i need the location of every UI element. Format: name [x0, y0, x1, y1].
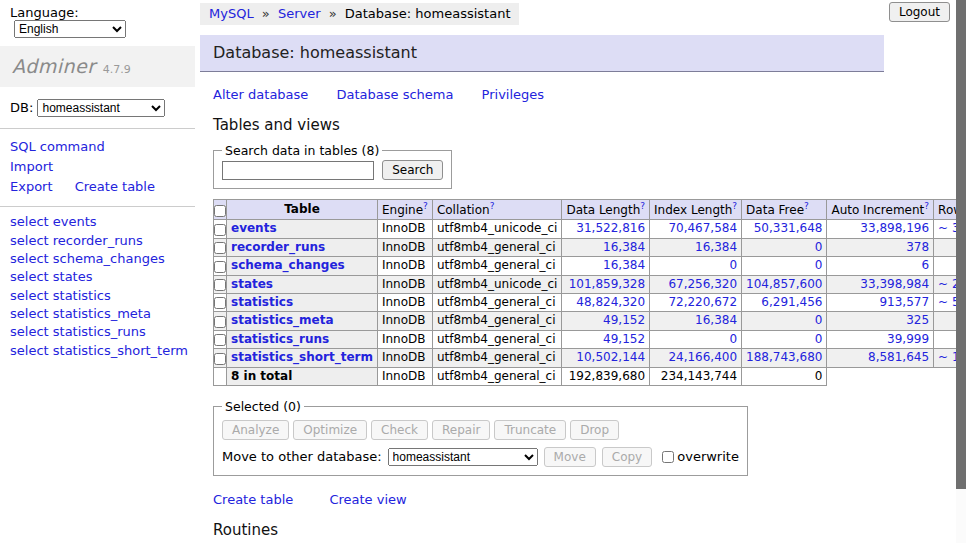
data-length-cell[interactable]: 101,859,328 — [562, 275, 650, 293]
data-free-cell[interactable]: 50,331,648 — [742, 220, 827, 238]
table-name-link[interactable]: schema_changes — [231, 258, 345, 272]
help-icon[interactable]: ? — [640, 201, 645, 211]
index-length-cell[interactable]: 24,166,400 — [650, 349, 742, 367]
optimize-button[interactable]: Optimize — [293, 420, 367, 440]
database-schema-link[interactable]: Database schema — [337, 87, 454, 102]
app-name: Adminer — [12, 55, 96, 77]
scrollbar-thumb[interactable] — [956, 0, 966, 489]
auto-increment-cell[interactable]: 913,577 — [827, 293, 934, 311]
index-length-cell[interactable]: 0 — [650, 257, 742, 275]
row-checkbox[interactable] — [214, 224, 226, 236]
vertical-scrollbar[interactable] — [956, 0, 966, 543]
row-checkbox[interactable] — [214, 353, 226, 365]
data-free-cell[interactable]: 188,743,680 — [742, 349, 827, 367]
db-select-row: DB: homeassistant — [0, 87, 195, 128]
sidebar-select-link[interactable]: select states — [10, 269, 92, 284]
create-view-link[interactable]: Create view — [329, 492, 406, 507]
collation-cell: utf8mb4_general_ci — [432, 349, 562, 367]
sql-command-link[interactable]: SQL command — [10, 139, 105, 154]
sidebar-select-link[interactable]: select statistics_meta — [10, 306, 151, 321]
row-checkbox[interactable] — [214, 334, 226, 346]
index-length-cell[interactable]: 16,384 — [650, 312, 742, 330]
search-input[interactable] — [222, 161, 374, 180]
import-link[interactable]: Import — [10, 159, 53, 174]
row-checkbox[interactable] — [214, 261, 226, 273]
data-length-cell[interactable]: 49,152 — [562, 312, 650, 330]
data-free-cell[interactable]: 0 — [742, 330, 827, 348]
auto-increment-cell[interactable]: 33,398,984 — [827, 275, 934, 293]
select-all-checkbox[interactable] — [214, 205, 226, 217]
table-name-link[interactable]: statistics_meta — [231, 313, 334, 327]
overwrite-checkbox[interactable] — [662, 451, 674, 463]
table-name-link[interactable]: statistics_short_term — [231, 350, 373, 364]
auto-increment-cell[interactable]: 378 — [827, 238, 934, 256]
table-name-link[interactable]: statistics_runs — [231, 332, 329, 346]
help-icon[interactable]: ? — [804, 201, 809, 211]
auto-increment-cell[interactable]: 325 — [827, 312, 934, 330]
help-icon[interactable]: ? — [490, 201, 495, 211]
auto-increment-cell[interactable]: 33,898,196 — [827, 220, 934, 238]
table-name-link[interactable]: states — [231, 277, 273, 291]
col-header-index-length: Index Length? — [650, 200, 742, 220]
move-database-select[interactable]: homeassistant — [388, 448, 538, 466]
data-free-cell[interactable]: 104,857,600 — [742, 275, 827, 293]
sidebar-select-link[interactable]: select statistics_runs — [10, 324, 146, 339]
table-name-link[interactable]: events — [231, 221, 277, 235]
export-link[interactable]: Export — [10, 179, 53, 194]
alter-database-link[interactable]: Alter database — [213, 87, 308, 102]
move-button[interactable]: Move — [544, 447, 596, 467]
privileges-link[interactable]: Privileges — [482, 87, 545, 102]
sidebar-select-link[interactable]: select schema_changes — [10, 251, 165, 266]
engine-cell: InnoDB — [377, 257, 432, 275]
data-length-cell[interactable]: 49,152 — [562, 330, 650, 348]
data-length-cell[interactable]: 48,824,320 — [562, 293, 650, 311]
database-action-links: Alter database Database schema Privilege… — [213, 87, 950, 102]
search-button[interactable]: Search — [382, 160, 443, 180]
auto-increment-cell[interactable]: 39,999 — [827, 330, 934, 348]
table-name-link[interactable]: statistics — [231, 295, 293, 309]
sidebar-select-link[interactable]: select statistics_short_term — [10, 343, 188, 358]
index-length-cell[interactable]: 0 — [650, 330, 742, 348]
logout-button[interactable]: Logout — [889, 2, 950, 22]
index-length-cell[interactable]: 16,384 — [650, 238, 742, 256]
data-length-cell[interactable]: 16,384 — [562, 257, 650, 275]
repair-button[interactable]: Repair — [432, 420, 490, 440]
table-row: eventsInnoDButf8mb4_unicode_ci31,522,816… — [214, 220, 966, 238]
create-table-link-sidebar[interactable]: Create table — [75, 179, 155, 194]
sidebar-select-link[interactable]: select recorder_runs — [10, 233, 143, 248]
db-select[interactable]: homeassistant — [37, 99, 165, 117]
breadcrumb-server-link[interactable]: Server — [278, 6, 321, 21]
create-table-link[interactable]: Create table — [213, 492, 293, 507]
breadcrumb-mysql-link[interactable]: MySQL — [209, 6, 254, 21]
truncate-button[interactable]: Truncate — [494, 420, 566, 440]
row-checkbox[interactable] — [214, 297, 226, 309]
data-length-cell[interactable]: 31,522,816 — [562, 220, 650, 238]
check-button[interactable]: Check — [371, 420, 428, 440]
auto-increment-cell[interactable]: 8,581,645 — [827, 349, 934, 367]
data-free-cell[interactable]: 0 — [742, 257, 827, 275]
row-checkbox[interactable] — [214, 242, 226, 254]
data-free-cell[interactable]: 6,291,456 — [742, 293, 827, 311]
index-length-cell[interactable]: 70,467,584 — [650, 220, 742, 238]
auto-increment-cell[interactable]: 6 — [827, 257, 934, 275]
row-checkbox[interactable] — [214, 279, 226, 291]
copy-button[interactable]: Copy — [602, 447, 652, 467]
data-length-cell[interactable]: 16,384 — [562, 238, 650, 256]
collation-cell: utf8mb4_unicode_ci — [432, 275, 562, 293]
sidebar-select-link[interactable]: select statistics — [10, 288, 111, 303]
help-icon[interactable]: ? — [924, 201, 929, 211]
data-free-cell[interactable]: 0 — [742, 312, 827, 330]
help-icon[interactable]: ? — [423, 201, 428, 211]
index-length-cell[interactable]: 67,256,320 — [650, 275, 742, 293]
analyze-button[interactable]: Analyze — [222, 420, 289, 440]
sidebar-select-link[interactable]: select events — [10, 214, 97, 229]
help-icon[interactable]: ? — [732, 201, 737, 211]
table-name-link[interactable]: recorder_runs — [231, 240, 325, 254]
index-length-cell[interactable]: 72,220,672 — [650, 293, 742, 311]
language-select[interactable]: English — [14, 20, 126, 38]
row-checkbox[interactable] — [214, 316, 226, 328]
data-length-cell[interactable]: 10,502,144 — [562, 349, 650, 367]
engine-cell: InnoDB — [377, 275, 432, 293]
drop-button[interactable]: Drop — [570, 420, 619, 440]
data-free-cell[interactable]: 0 — [742, 238, 827, 256]
